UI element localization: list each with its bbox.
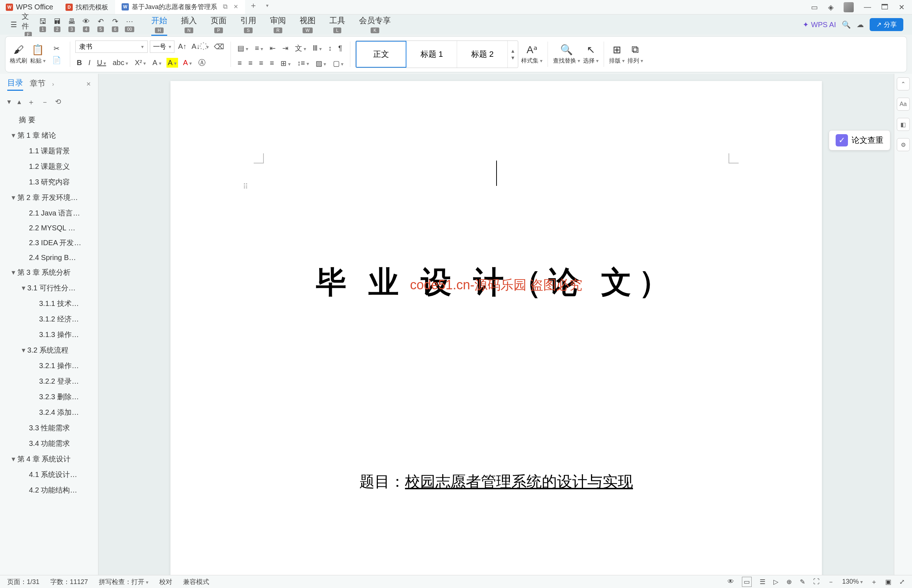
align-left-icon[interactable]: ≡ [236,58,243,68]
eye-icon[interactable]: 👁 [727,578,734,585]
new-tab-button[interactable]: ＋ [245,0,262,14]
snap-to-grid-icon[interactable]: Ⅲ [311,43,323,53]
style-heading2[interactable]: 标题 2 [457,41,508,68]
font-size-select[interactable]: 一号 [150,40,175,53]
minimize-button[interactable]: — [864,3,871,11]
decrease-indent-icon[interactable]: ⇤ [268,43,277,53]
menu-tab-W[interactable]: 视图W [300,14,316,36]
cloud-icon[interactable]: ☁ [857,20,864,29]
outline-item[interactable]: 3.1 可行性分… [0,280,98,296]
underline-button[interactable]: U [96,58,107,68]
web-view-icon[interactable]: ⊕ [786,578,792,586]
status-spellcheck[interactable]: 拼写检查：打开 [99,578,148,586]
style-body[interactable]: 正文 [356,41,407,68]
status-proof[interactable]: 校对 [159,578,172,586]
outline-item[interactable]: 第 1 章 绪论 [0,128,98,143]
rail-settings-icon[interactable]: ⚙ [897,138,910,151]
show-marks-icon[interactable]: ¶ [337,44,344,53]
qat-undo-icon[interactable]: ↶5 [94,18,107,31]
text-effect-button[interactable]: A [151,58,162,68]
outline-item[interactable]: 3.3 性能需求 [0,420,98,436]
qat-redo-icon[interactable]: ↷6 [109,18,121,31]
qat-save-icon[interactable]: 🖫1 [36,18,49,31]
add-icon[interactable]: ＋ [28,97,35,107]
find-replace-button[interactable]: 🔍 查找替换 [553,44,580,65]
outline-item[interactable]: 1.1 课题背景 [0,143,98,159]
refresh-icon[interactable]: ⟲ [55,97,61,107]
search-icon[interactable]: 🔍 [842,20,851,29]
superscript-button[interactable]: X² [133,58,147,68]
shading-icon[interactable]: ▨ [314,58,328,68]
styleset-button[interactable]: Aᵃ 样式集 [521,44,543,65]
wps-ai-button[interactable]: ✦ WPS AI [803,20,836,29]
line-spacing-icon[interactable]: ↕≡ [296,58,311,68]
fullscreen-icon[interactable]: ⤢ [899,578,905,586]
outline-item[interactable]: 2.3 IDEA 开发… [0,235,98,250]
menu-tab-K[interactable]: 会员专享K [359,14,391,36]
edit-layer-icon[interactable]: ✎ [800,578,805,586]
text-direction-icon[interactable]: 文 [293,43,308,54]
rail-style-icon[interactable]: Aa [897,98,910,111]
outline-item[interactable]: 3.2.3 删除… [0,389,98,405]
tab-menu-button[interactable] [262,0,273,14]
multiwindow-icon[interactable]: ▭ [811,3,818,11]
maximize-button[interactable]: 🗖 [881,3,888,11]
distribute-icon[interactable]: ⊞ [279,58,292,68]
zoom-out-button[interactable]: － [828,578,834,586]
drag-handle-icon[interactable]: ⠿ [243,182,248,191]
copy-icon[interactable]: 📄 [51,55,63,65]
outline-item[interactable]: 4.1 系统设计… [0,467,98,482]
outline-item[interactable]: 4.2 功能结构… [0,482,98,498]
file-menu[interactable]: 文件 F [22,18,35,31]
outline-item[interactable]: 3.2.1 操作… [0,358,98,373]
outline-item[interactable]: 1.3 研究内容 [0,174,98,190]
close-button[interactable]: ✕ [899,3,905,11]
outline-item[interactable]: 3.1.3 操作… [0,327,98,342]
page-view-icon[interactable]: ▭ [742,577,752,587]
align-center-icon[interactable]: ≡ [247,58,254,68]
bullet-list-icon[interactable]: ▤ [236,43,250,53]
italic-button[interactable]: I [87,58,92,68]
outline-item[interactable]: 2.4 Spring B… [0,250,98,265]
align-right-icon[interactable]: ≡ [258,58,265,68]
highlight-button[interactable]: A [167,58,178,68]
tab-document-active[interactable]: W 基于Java的志愿者服务管理系 ⧉ ✕ [115,0,245,14]
collapse-down-icon[interactable]: ▾ [7,97,11,107]
style-heading1[interactable]: 标题 1 [407,41,457,68]
outline-item[interactable]: 3.2.4 添加… [0,405,98,420]
arrange-button[interactable]: ⧉ 排列 [627,44,643,65]
menu-tab-L[interactable]: 工具L [329,14,345,36]
outline-item[interactable]: 第 2 章 开发环境… [0,190,98,205]
format-painter-button[interactable]: 🖌 格式刷 [10,44,27,65]
outline-item[interactable]: 1.2 课题意义 [0,159,98,174]
menu-tab-R[interactable]: 审阅R [270,14,286,36]
menu-tab-S[interactable]: 引用S [240,14,256,36]
chevron-right-icon[interactable]: › [52,81,54,87]
paper-check-button[interactable]: ✓ 论文查重 [829,130,890,150]
select-button[interactable]: ↖ 选择 [583,44,599,65]
outline-view-icon[interactable]: ☰ [760,578,765,586]
outline-item[interactable]: 3.2.2 登录… [0,373,98,389]
increase-indent-icon[interactable]: ⇥ [281,43,290,53]
layout-button[interactable]: ⊞ 排版 [609,44,625,65]
qat-print-icon[interactable]: 🖶3 [65,18,78,31]
cube-icon[interactable]: ◈ [828,3,833,11]
outline-item[interactable]: 摘 要 [0,112,98,128]
rail-collapse-icon[interactable]: ⌃ [897,78,910,90]
borders-icon[interactable]: ▢ [332,58,345,68]
qat-preview-icon[interactable]: 👁4 [79,18,92,31]
status-compat[interactable]: 兼容模式 [183,578,209,586]
outline-item[interactable]: 3.2 系统流程 [0,342,98,358]
increase-font-icon[interactable]: A↑ [177,42,188,51]
outline-item[interactable]: 3.1.2 经济… [0,311,98,327]
strikethrough-button[interactable]: abc [111,58,130,68]
align-justify-icon[interactable]: ≡ [268,58,275,68]
close-pane-icon[interactable]: ✕ [86,81,91,87]
outline-item[interactable]: 2.1 Java 语言… [0,205,98,221]
outline-item[interactable]: 3.1.1 技术… [0,296,98,311]
clear-format-icon[interactable]: ⌫ [212,42,225,52]
user-avatar[interactable] [844,2,854,12]
hamburger-menu-icon[interactable]: ☰ [7,18,20,31]
remove-icon[interactable]: － [41,97,49,107]
font-name-select[interactable]: 隶书 [75,40,147,53]
